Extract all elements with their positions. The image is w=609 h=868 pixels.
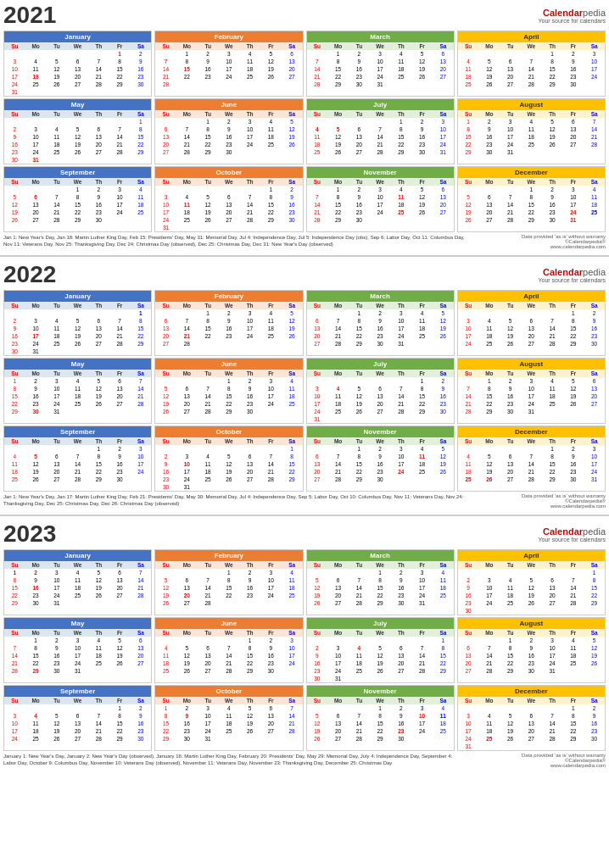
- day-cell: 26: [542, 141, 563, 148]
- day-cell: 13: [458, 652, 479, 659]
- day-cell: 1: [563, 309, 584, 317]
- day-cell: 15: [500, 652, 521, 659]
- day-cell: 11: [67, 385, 88, 392]
- week-row: 2345678: [307, 644, 454, 652]
- empty-day: [109, 216, 131, 224]
- day-cell: 14: [542, 720, 563, 727]
- day-cell: 17: [176, 468, 198, 476]
- empty-day: [584, 148, 605, 156]
- day-cell: 13: [47, 460, 68, 468]
- day-cell: 27: [67, 735, 88, 743]
- month-box-2023-Dec: DecemberSuMoTuWeThFrSa123456789101112131…: [457, 685, 606, 751]
- day-cell: 31: [176, 483, 198, 491]
- week-row: 9101112131415: [4, 133, 151, 141]
- empty-day: [219, 186, 240, 193]
- day-cell: 1: [109, 50, 131, 58]
- day-cell: 13: [67, 720, 88, 727]
- empty-day: [155, 186, 176, 193]
- day-header-Tu: Tu: [349, 697, 370, 704]
- day-cell: 17: [433, 133, 454, 141]
- day-cell: 13: [109, 385, 131, 392]
- day-cell: 1: [542, 445, 563, 453]
- day-cell: 6: [370, 385, 391, 392]
- day-cell: 25: [411, 468, 433, 476]
- week-row: 123: [458, 445, 605, 453]
- day-cell: 14: [521, 65, 542, 73]
- empty-day: [109, 408, 131, 415]
- empty-day: [260, 445, 282, 453]
- empty-day: [47, 156, 68, 164]
- day-cell: 2: [219, 309, 240, 317]
- week-row: 1234: [4, 186, 151, 193]
- week-row: 1234: [307, 704, 454, 712]
- day-cell: 2: [542, 186, 563, 193]
- week-row: 14151617181920: [4, 652, 151, 659]
- day-cell: 15: [4, 584, 25, 592]
- day-header-Sa: Sa: [131, 110, 152, 118]
- empty-day: [370, 216, 391, 224]
- day-cell: 24: [219, 73, 240, 81]
- day-cell: 9: [260, 644, 282, 652]
- empty-day: [563, 667, 584, 675]
- day-cell: 13: [521, 325, 542, 332]
- week-row: 19202122232425: [4, 209, 151, 216]
- day-cell: 21: [411, 659, 433, 667]
- empty-day: [391, 415, 412, 423]
- week-row: 3456789: [4, 58, 151, 65]
- day-header-Mo: Mo: [327, 110, 349, 118]
- day-cell: 20: [239, 468, 260, 476]
- week-row: 31: [155, 224, 302, 231]
- day-cell: 26: [47, 81, 68, 88]
- day-cell: 4: [458, 453, 479, 460]
- day-cell: 17: [584, 460, 605, 468]
- week-row: 123: [307, 118, 454, 125]
- day-cell: 21: [542, 332, 563, 340]
- day-header-Fr: Fr: [260, 629, 282, 637]
- empty-day: [4, 445, 25, 453]
- day-header-We: We: [67, 697, 88, 704]
- day-cell: 10: [521, 385, 542, 392]
- day-header-Su: Su: [307, 42, 328, 50]
- day-header-Su: Su: [155, 561, 176, 569]
- day-cell: 27: [176, 408, 198, 415]
- day-cell: 1: [584, 569, 605, 576]
- day-cell: 30: [219, 148, 240, 156]
- week-row: 293031: [458, 148, 605, 156]
- day-cell: 16: [563, 65, 584, 73]
- day-cell: 10: [411, 576, 433, 584]
- week-row: 262728293031: [307, 599, 454, 607]
- day-cell: 2: [198, 50, 219, 58]
- day-header-Fr: Fr: [260, 302, 282, 309]
- day-cell: 4: [67, 569, 88, 576]
- week-row: 10111213141516: [4, 720, 151, 727]
- day-header-Fr: Fr: [109, 178, 131, 186]
- empty-day: [131, 476, 152, 483]
- day-cell: 17: [4, 727, 25, 735]
- day-cell: 14: [198, 584, 219, 592]
- day-cell: 14: [219, 652, 240, 659]
- day-cell: 17: [239, 133, 260, 141]
- day-cell: 27: [176, 599, 198, 607]
- day-cell: 11: [433, 712, 454, 720]
- day-cell: 12: [47, 65, 68, 73]
- day-header-Sa: Sa: [584, 629, 605, 637]
- day-cell: 19: [260, 65, 282, 73]
- day-header-Fr: Fr: [411, 561, 433, 569]
- day-header-Sa: Sa: [584, 370, 605, 377]
- week-row: 293031: [4, 599, 151, 607]
- day-cell: 24: [411, 727, 433, 735]
- day-cell: 25: [131, 209, 152, 216]
- day-cell: 13: [282, 58, 303, 65]
- week-row: 22232425262728: [458, 141, 605, 148]
- day-cell: 6: [176, 576, 198, 584]
- day-cell: 30: [563, 81, 584, 88]
- day-cell: 16: [349, 65, 370, 73]
- day-cell: 12: [88, 576, 109, 584]
- week-row: 3031: [4, 156, 151, 164]
- day-cell: 16: [88, 201, 109, 209]
- day-cell: 30: [109, 476, 131, 483]
- day-cell: 12: [563, 385, 584, 392]
- day-cell: 3: [47, 377, 68, 385]
- day-header-Mo: Mo: [479, 437, 500, 445]
- month-header-Nov: November: [307, 167, 454, 178]
